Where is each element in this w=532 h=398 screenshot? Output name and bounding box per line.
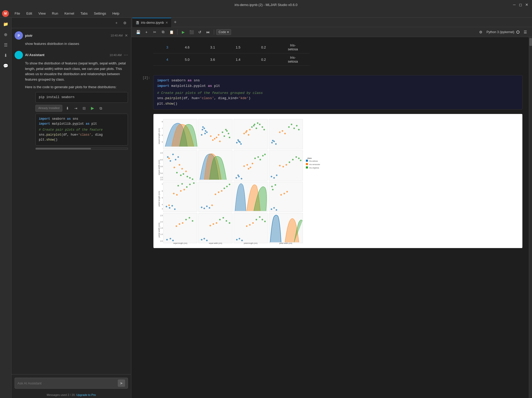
svg-text:class: class (307, 157, 312, 159)
code-scroll-bar[interactable] (35, 148, 128, 150)
svg-point-74 (177, 156, 179, 158)
ai-name: AI Assistant (25, 53, 45, 57)
code-indent-btn[interactable]: ⇥ (73, 105, 79, 111)
svg-point-77 (179, 164, 180, 166)
cut-button[interactable]: ✂ (151, 28, 158, 36)
svg-point-132 (189, 184, 191, 185)
kernel-settings-button[interactable]: ⚙ (477, 28, 484, 36)
ai-avatar (15, 51, 23, 59)
svg-rect-11 (199, 119, 232, 149)
save-button[interactable]: 💾 (134, 28, 142, 36)
notebook-content[interactable]: 3 4.6 3.1 1.5 0.2 Iris-setosa 4 5.0 3.6 (131, 37, 529, 398)
paste-button[interactable]: 📋 (168, 28, 175, 36)
sidebar-icon-git[interactable]: ⊕ (2, 30, 10, 39)
cell-type-select[interactable]: Code ▾ (216, 29, 231, 35)
messages-used-text: Messages used 2 / 20. (47, 393, 76, 396)
kernel-info: ⚙ Python 3 (ipykernel) ☰ (477, 28, 529, 36)
svg-point-98 (257, 156, 259, 158)
row-col3: 1.4 (225, 53, 251, 66)
chat-input[interactable] (17, 381, 118, 385)
svg-text:3.0: 3.0 (160, 172, 163, 174)
notebook-tab[interactable]: 📓 iris-demo.ipynb ✕ (132, 18, 171, 27)
restart-button[interactable]: ↺ (196, 28, 203, 36)
menu-kernel[interactable]: Kernel (62, 10, 77, 16)
sidebar-icon-chat[interactable]: 💬 (2, 62, 10, 70)
svg-point-83 (187, 176, 188, 177)
svg-text:6: 6 (162, 134, 163, 136)
chat-messages[interactable]: P piotr 10:40 AM ✕ show features distrib… (11, 28, 131, 374)
ai-message-more[interactable]: ⋯ (124, 52, 128, 57)
plot-output: sepal length (cm) sepal width (cm) petal… (153, 114, 523, 248)
notebook-scrollbar[interactable] (529, 37, 532, 398)
restart-run-button[interactable]: ⏭ (205, 28, 212, 36)
minimize-button[interactable]: ─ (512, 3, 516, 7)
svg-rect-50 (269, 119, 303, 149)
svg-point-88 (236, 177, 237, 179)
new-tab-button[interactable]: + (171, 20, 179, 25)
svg-point-103 (271, 176, 272, 177)
menu-view[interactable]: View (36, 10, 48, 16)
svg-text:1.0: 1.0 (160, 233, 163, 235)
ai-message-text: To show the distribution of features (se… (15, 61, 128, 150)
code-line-4: sns.pairplot(df, hue='class', diag_kind=… (157, 96, 519, 101)
row-col1: 5.0 (175, 53, 200, 66)
chat-send-button[interactable]: ➤ (118, 379, 125, 387)
code-run-btn[interactable]: ▶ (89, 105, 96, 111)
svg-point-26 (225, 129, 227, 130)
maximize-button[interactable]: ◻ (518, 3, 523, 7)
kernel-name: Python 3 (ipykernel) (486, 30, 514, 34)
svg-point-177 (213, 223, 214, 225)
tab-close-button[interactable]: ✕ (165, 21, 168, 25)
svg-point-89 (238, 176, 240, 177)
add-cell-button[interactable]: + (143, 28, 150, 36)
close-button[interactable]: ✕ (525, 3, 529, 7)
titlebar-title: iris-demo.ipynb (2) - MLJAR Studio v0.6.… (234, 3, 297, 7)
iris-data-table: 3 4.6 3.1 1.5 0.2 Iris-setosa 4 5.0 3.6 (153, 41, 310, 66)
svg-point-15 (203, 128, 205, 129)
code-copy-btn[interactable]: ⧉ (98, 105, 104, 111)
upgrade-link[interactable]: Upgrade to Pro (76, 393, 96, 396)
cell-number: [2]: (138, 75, 153, 110)
svg-point-56 (282, 130, 283, 132)
stop-button[interactable]: ⬛ (188, 28, 195, 36)
chat-code-block-2: import seaborn as sns import matplotlib.… (35, 114, 128, 150)
svg-point-21 (218, 134, 219, 136)
svg-point-92 (243, 165, 245, 167)
svg-point-91 (237, 174, 239, 176)
menu-settings[interactable]: Settings (91, 10, 109, 16)
run-button[interactable]: ▶ (180, 28, 187, 36)
menu-run[interactable]: Run (49, 10, 61, 16)
row-class: Iris-setosa (276, 41, 310, 53)
svg-point-105 (276, 174, 277, 176)
chat-add-button[interactable]: ＋ (113, 20, 120, 26)
menu-edit[interactable]: Edit (24, 10, 35, 16)
sidebar-icon-download[interactable]: ⬇ (2, 51, 10, 59)
sidebar-icon-menu[interactable]: ☰ (2, 41, 10, 49)
code-download-btn[interactable]: ⬇ (64, 105, 71, 111)
svg-point-61 (296, 125, 298, 126)
chat-settings-button[interactable]: ⚙ (122, 20, 128, 26)
toolbar-separator-2 (214, 29, 214, 35)
svg-point-54 (272, 140, 274, 141)
svg-point-48 (262, 126, 263, 128)
user-message-close[interactable]: ✕ (125, 33, 128, 38)
kernel-status-indicator (516, 31, 519, 34)
menu-file[interactable]: File (12, 10, 23, 16)
copy-button[interactable]: ⧉ (159, 28, 167, 36)
code-line-2: import matplotlib.pyplot as plt (157, 83, 519, 89)
menu-tabs[interactable]: Tabs (78, 10, 90, 16)
sidebar-icon-files[interactable]: 📁 (2, 20, 10, 28)
svg-point-39 (248, 134, 249, 136)
cell-code[interactable]: import seaborn as sns import matplotlib.… (153, 75, 523, 110)
menu-help[interactable]: Help (110, 10, 122, 16)
row-col1: 4.6 (175, 41, 200, 53)
svg-text:sepal length (cm): sepal length (cm) (173, 242, 187, 244)
svg-point-153 (286, 191, 288, 192)
kernel-menu-button[interactable]: ☰ (522, 28, 529, 36)
svg-text:0.5: 0.5 (160, 240, 163, 242)
svg-text:2.0: 2.0 (160, 179, 163, 180)
code-line-pairplot: sns.pairplot(df, hue='class', diag (39, 132, 125, 137)
svg-text:5: 5 (162, 197, 163, 199)
svg-text:Iris-versicolor: Iris-versicolor (309, 164, 320, 165)
code-clear-btn[interactable]: ⊟ (81, 105, 87, 111)
